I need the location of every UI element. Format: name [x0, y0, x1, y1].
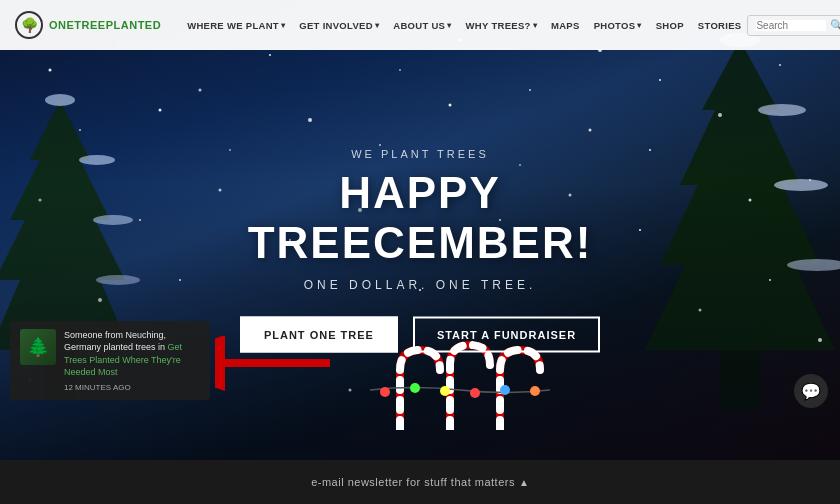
svg-point-18: [49, 69, 52, 72]
svg-point-13: [410, 383, 420, 393]
nav-get-involved[interactable]: GET INVOLVED ▾: [293, 16, 385, 35]
search-box[interactable]: 🔍: [747, 15, 840, 36]
nav-shop[interactable]: SHOP: [650, 16, 690, 35]
newsletter-expand-icon[interactable]: ▲: [519, 477, 529, 488]
notification-thumbnail: 🌲: [20, 329, 56, 365]
nav-stories[interactable]: STORIES: [692, 16, 748, 35]
search-input[interactable]: [756, 20, 826, 31]
svg-point-10: [774, 179, 828, 191]
nav-why-trees[interactable]: WHY TREES? ▾: [460, 16, 543, 35]
chevron-down-icon: ▾: [533, 21, 537, 30]
hero-section: WE PLANT TREES HAPPY TREECEMBER! ONE DOL…: [0, 0, 840, 460]
hero-content: WE PLANT TREES HAPPY TREECEMBER! ONE DOL…: [210, 148, 630, 353]
newsletter-text: e-mail newsletter for stuff that matters: [311, 476, 515, 488]
svg-point-9: [758, 104, 806, 116]
hero-tagline: ONE DOLLAR. ONE TREE.: [210, 278, 630, 292]
search-icon: 🔍: [830, 19, 840, 32]
chat-button[interactable]: 💬: [794, 374, 828, 408]
svg-point-17: [530, 386, 540, 396]
svg-point-3: [79, 155, 115, 165]
svg-point-33: [308, 118, 312, 122]
svg-point-34: [379, 144, 381, 146]
svg-point-37: [589, 129, 592, 132]
notification-text: Someone from Neuching, Germany planted t…: [64, 329, 200, 379]
chevron-down-icon: ▾: [637, 21, 641, 30]
hero-subtitle: WE PLANT TREES: [210, 148, 630, 160]
svg-point-59: [349, 389, 352, 392]
chevron-down-icon: ▾: [447, 21, 451, 30]
svg-point-16: [500, 385, 510, 395]
chevron-down-icon: ▾: [375, 21, 379, 30]
nav-photos[interactable]: PHOTOS ▾: [588, 16, 648, 35]
svg-point-15: [470, 388, 480, 398]
navbar: 🌳 ONETREEPLANTED WHERE WE PLANT ▾ GET IN…: [0, 0, 840, 50]
chevron-down-icon: ▾: [281, 21, 285, 30]
logo-icon: 🌳: [15, 11, 43, 39]
chat-icon: 💬: [801, 382, 821, 401]
svg-point-5: [96, 275, 140, 285]
svg-point-4: [93, 215, 133, 225]
nav-about-us[interactable]: ABOUT US ▾: [387, 16, 457, 35]
logo-text: ONETREEPLANTED: [49, 19, 161, 31]
lights-decoration: [370, 340, 550, 430]
svg-point-51: [179, 279, 181, 281]
svg-point-25: [529, 89, 531, 91]
nav-maps[interactable]: MAPS: [545, 16, 586, 35]
notification-card: 🌲 Someone from Neuching, Germany planted…: [10, 321, 210, 400]
svg-marker-6: [645, 40, 835, 350]
svg-point-12: [380, 387, 390, 397]
arrow-indicator: [215, 336, 335, 395]
svg-point-35: [449, 104, 452, 107]
start-fundraiser-button[interactable]: START A FUNDRAISER: [413, 317, 600, 353]
notification-content: Someone from Neuching, Germany planted t…: [64, 329, 200, 392]
svg-rect-7: [720, 350, 760, 410]
svg-point-20: [199, 89, 202, 92]
bottom-bar[interactable]: e-mail newsletter for stuff that matters…: [0, 460, 840, 504]
hero-title: HAPPY TREECEMBER!: [210, 168, 630, 268]
notification-time: 12 MINUTES AGO: [64, 383, 200, 392]
svg-point-23: [399, 69, 401, 71]
svg-point-14: [440, 386, 450, 396]
svg-point-21: [269, 54, 271, 56]
nav-where-we-plant[interactable]: WHERE WE PLANT ▾: [181, 16, 291, 35]
svg-point-31: [159, 109, 162, 112]
tree-left-decoration: [0, 80, 150, 460]
svg-marker-0: [0, 100, 130, 350]
nav-links: WHERE WE PLANT ▾ GET INVOLVED ▾ ABOUT US…: [181, 16, 747, 35]
logo[interactable]: 🌳 ONETREEPLANTED: [15, 11, 161, 39]
svg-point-2: [45, 94, 75, 106]
